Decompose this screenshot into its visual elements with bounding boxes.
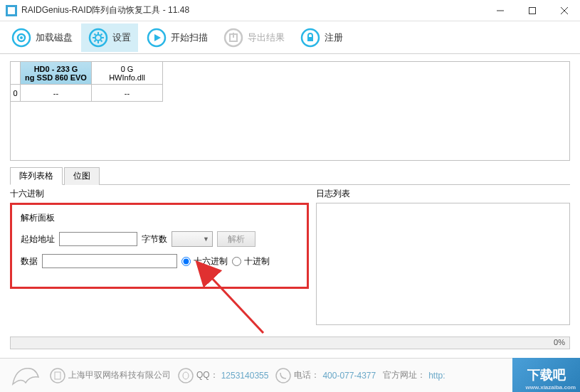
minimize-button[interactable] [484, 0, 516, 21]
disk-icon [11, 28, 31, 48]
tel-number: 400-077-4377 [322, 371, 376, 381]
hex-title: 十六进制 [10, 188, 309, 200]
radix-dec-radio[interactable]: 十进制 [232, 255, 270, 267]
company-text: 上海甲驭网络科技有限公司 [68, 369, 171, 381]
maximize-button[interactable] [516, 0, 548, 21]
svg-point-26 [51, 369, 65, 383]
svg-rect-27 [55, 372, 60, 379]
hd0-subtitle: ng SSD 860 EVO [25, 73, 87, 82]
parse-panel-title: 解析面板 [21, 212, 298, 224]
svg-rect-1 [8, 7, 15, 14]
parse-fieldset: 解析面板 起始地址 字节数 ▼ 解析 数据 十六进制 [10, 203, 309, 289]
register-button[interactable]: 注册 [293, 23, 350, 52]
app-icon [6, 5, 17, 16]
svg-point-30 [276, 369, 290, 383]
title-bar: RAIDGenius-RAID阵列自动恢复工具 - 11.48 [0, 0, 580, 21]
start-scan-label: 开始扫描 [171, 31, 208, 44]
export-result-button[interactable]: 导出结果 [216, 23, 292, 52]
cell-0-1[interactable]: -- [92, 85, 163, 102]
site-label: 官方网址： [383, 369, 426, 381]
load-disk-label: 加载磁盘 [36, 31, 73, 44]
hd1-title: 0 G [121, 65, 134, 73]
table-corner [11, 62, 21, 85]
tab-bitmap[interactable]: 位图 [64, 167, 100, 185]
hex-panel: 十六进制 解析面板 起始地址 字节数 ▼ 解析 数据 十六进制 [10, 188, 309, 325]
svg-line-15 [95, 33, 96, 35]
tel-contact[interactable]: 电话： 400-077-4377 [275, 368, 376, 383]
export-result-label: 导出结果 [248, 31, 285, 44]
svg-rect-25 [307, 37, 313, 41]
settings-label: 设置 [112, 31, 131, 44]
badge-subtext: www.xiazaiba.com [526, 384, 576, 391]
start-scan-button[interactable]: 开始扫描 [139, 23, 215, 52]
window-title: RAIDGenius-RAID阵列自动恢复工具 - 11.48 [21, 4, 484, 16]
svg-line-16 [101, 40, 102, 41]
lock-icon [300, 28, 320, 48]
svg-point-28 [179, 369, 193, 383]
website-link[interactable]: 官方网址： http: [383, 369, 445, 381]
tab-array-table[interactable]: 阵列表格 [10, 167, 63, 185]
svg-line-18 [95, 40, 96, 41]
site-url: http: [428, 371, 445, 381]
log-list[interactable] [316, 203, 570, 325]
gear-icon [88, 28, 108, 48]
export-icon [223, 28, 243, 48]
svg-point-29 [183, 372, 189, 379]
data-input[interactable] [42, 254, 177, 268]
disk-header-hd0[interactable]: HD0 - 233 G ng SSD 860 EVO [21, 62, 92, 85]
parse-button[interactable]: 解析 [217, 231, 255, 247]
close-button[interactable] [548, 0, 580, 21]
log-panel: 日志列表 [316, 188, 570, 325]
download-badge: 下载吧 www.xiazaiba.com [512, 358, 580, 392]
radix-hex-input[interactable] [181, 257, 191, 266]
svg-marker-20 [154, 34, 161, 41]
load-disk-button[interactable]: 加载磁盘 [4, 23, 80, 52]
register-label: 注册 [325, 31, 343, 44]
radix-hex-label: 十六进制 [194, 255, 228, 267]
building-icon [50, 368, 65, 383]
settings-button[interactable]: 设置 [81, 23, 138, 52]
qq-contact[interactable]: QQ： 1253140355 [178, 368, 268, 383]
hd1-subtitle: HWInfo.dll [109, 73, 145, 82]
svg-rect-3 [529, 7, 535, 14]
qq-icon [178, 368, 194, 383]
byte-count-label: 字节数 [142, 233, 167, 245]
footer: 上海甲驭网络科技有限公司 QQ： 1253140355 电话： 400-077-… [0, 358, 580, 392]
svg-point-9 [90, 29, 107, 46]
progress-bar: 0% [10, 337, 570, 349]
tel-label: 电话： [294, 369, 320, 381]
byte-count-select[interactable]: ▼ [172, 231, 213, 247]
start-addr-label: 起始地址 [21, 233, 55, 245]
company-name: 上海甲驭网络科技有限公司 [50, 368, 171, 383]
hd0-title: HD0 - 233 G [34, 65, 78, 73]
svg-point-8 [20, 36, 23, 39]
disk-header-hd1[interactable]: 0 G HWInfo.dll [92, 62, 163, 85]
company-logo-icon [9, 363, 43, 388]
tabs: 阵列表格 位图 [10, 166, 570, 185]
progress-percent: 0% [554, 338, 565, 346]
svg-line-17 [101, 33, 102, 35]
badge-text: 下载吧 [527, 366, 566, 383]
toolbar: 加载磁盘 设置 开始扫描 导出结果 注册 [0, 21, 580, 54]
qq-number: 1253140355 [221, 371, 269, 381]
chevron-down-icon: ▼ [203, 235, 209, 243]
svg-point-10 [95, 35, 101, 41]
phone-icon [275, 368, 291, 383]
log-title: 日志列表 [316, 188, 570, 200]
play-icon [147, 28, 167, 48]
radix-dec-label: 十进制 [244, 255, 270, 267]
cell-0-0[interactable]: -- [21, 85, 92, 102]
qq-label: QQ： [196, 369, 218, 381]
start-addr-input[interactable] [59, 232, 137, 246]
radix-hex-radio[interactable]: 十六进制 [181, 255, 228, 267]
disk-table: HD0 - 233 G ng SSD 860 EVO 0 G HWInfo.dl… [10, 61, 570, 161]
progress-area: 0% [10, 337, 570, 349]
data-label: 数据 [21, 255, 38, 267]
row-index: 0 [11, 85, 21, 102]
radix-dec-input[interactable] [232, 257, 241, 266]
